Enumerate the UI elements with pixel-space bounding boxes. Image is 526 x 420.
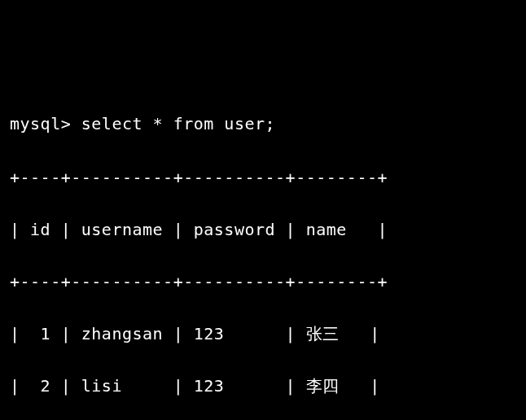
- table-header-row: | id | username | password | name |: [10, 217, 516, 243]
- table-border-top: +----+----------+----------+--------+: [10, 164, 516, 190]
- table-border-mid: +----+----------+----------+--------+: [10, 269, 516, 295]
- mysql-prompt[interactable]: mysql> select * from user;: [10, 111, 516, 137]
- table-row: | 1 | zhangsan | 123 | 张三 |: [10, 321, 516, 347]
- table-row: | 2 | lisi | 123 | 李四 |: [10, 373, 516, 399]
